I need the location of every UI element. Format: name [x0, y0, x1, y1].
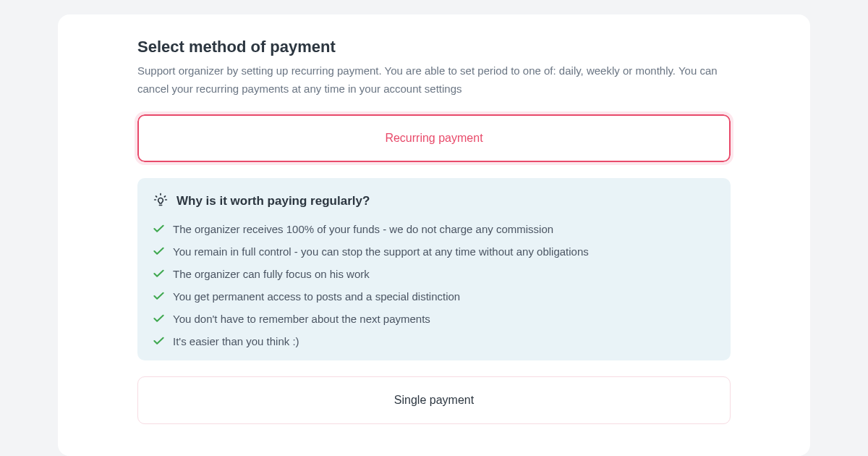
check-icon	[153, 335, 164, 347]
benefit-text: You don't have to remember about the nex…	[173, 313, 430, 325]
check-icon	[153, 245, 164, 258]
check-icon	[153, 313, 164, 325]
benefit-text: You remain in full control - you can sto…	[173, 245, 589, 258]
page-description: Support organizer by setting up recurrin…	[137, 62, 731, 98]
benefit-item: You get permanent access to posts and a …	[153, 290, 715, 303]
benefit-text: It's easier than you think :)	[173, 335, 299, 347]
benefit-item: You remain in full control - you can sto…	[153, 245, 715, 258]
svg-line-2	[164, 196, 165, 197]
recurring-payment-option[interactable]: Recurring payment	[137, 114, 731, 162]
check-icon	[153, 268, 164, 280]
payment-method-card: Select method of payment Support organiz…	[58, 14, 810, 456]
check-icon	[153, 290, 164, 303]
single-payment-option[interactable]: Single payment	[137, 376, 731, 424]
svg-line-1	[156, 196, 157, 197]
single-payment-label: Single payment	[394, 394, 474, 406]
benefit-item: The organizer can fully focus on his wor…	[153, 268, 715, 280]
benefit-item: It's easier than you think :)	[153, 335, 715, 347]
benefit-text: The organizer receives 100% of your fund…	[173, 223, 553, 235]
check-icon	[153, 223, 164, 235]
recurring-payment-label: Recurring payment	[385, 132, 482, 144]
benefit-text: You get permanent access to posts and a …	[173, 290, 460, 303]
benefit-item: You don't have to remember about the nex…	[153, 313, 715, 325]
benefit-text: The organizer can fully focus on his wor…	[173, 268, 370, 280]
page-title: Select method of payment	[137, 38, 731, 56]
benefits-panel: Why is it worth paying regularly? The or…	[137, 178, 731, 360]
benefits-list: The organizer receives 100% of your fund…	[153, 223, 715, 347]
benefit-item: The organizer receives 100% of your fund…	[153, 223, 715, 235]
benefits-header: Why is it worth paying regularly?	[153, 193, 715, 210]
lightbulb-icon	[153, 193, 168, 210]
benefits-title: Why is it worth paying regularly?	[176, 194, 370, 208]
